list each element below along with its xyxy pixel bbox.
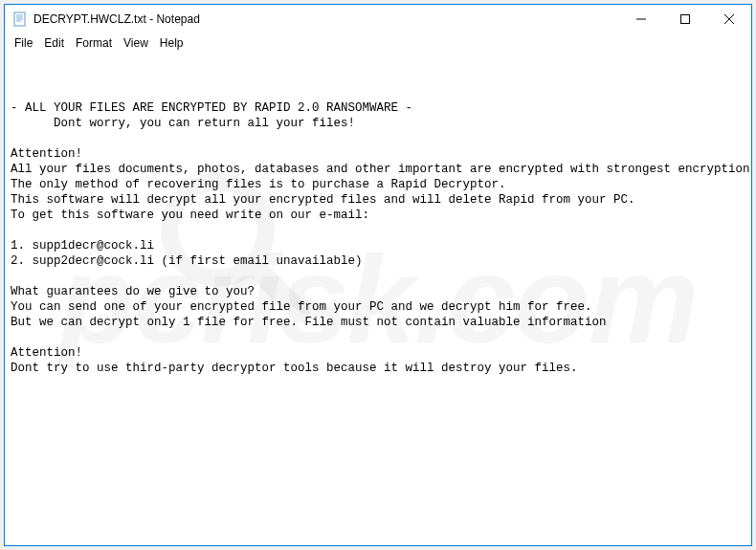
text-line: You can send one of your encrypted file …: [11, 300, 592, 314]
text-line: The only method of recovering files is t…: [11, 178, 506, 191]
menu-file[interactable]: File: [9, 35, 38, 51]
text-line: But we can decrypt only 1 file for free.…: [11, 316, 607, 329]
close-button[interactable]: [707, 5, 751, 33]
text-line: All your files documents, photos, databa…: [11, 163, 750, 176]
text-area[interactable]: pcrisk.com - ALL YOUR FILES ARE ENCRYPTE…: [5, 53, 751, 545]
text-line: - ALL YOUR FILES ARE ENCRYPTED BY RAPID …: [11, 101, 412, 115]
text-line: Dont try to use third-party decryptor to…: [11, 362, 578, 375]
maximize-button[interactable]: [663, 5, 707, 33]
menubar: File Edit Format View Help: [5, 33, 751, 53]
menu-edit[interactable]: Edit: [38, 35, 70, 51]
menu-view[interactable]: View: [118, 35, 154, 51]
text-line: To get this software you need write on o…: [11, 209, 369, 222]
text-line: 2. supp2decr@cock.li (if first email una…: [11, 254, 363, 268]
notepad-window: DECRYPT.HWCLZ.txt - Notepad File Edit Fo…: [4, 4, 752, 546]
window-title: DECRYPT.HWCLZ.txt - Notepad: [33, 12, 619, 26]
titlebar: DECRYPT.HWCLZ.txt - Notepad: [5, 5, 751, 33]
text-line: Dont worry, you can return all your file…: [11, 117, 355, 130]
menu-help[interactable]: Help: [154, 35, 189, 51]
menu-format[interactable]: Format: [70, 35, 118, 51]
text-line: 1. supp1decr@cock.li: [11, 239, 154, 253]
text-line: Attention!: [11, 147, 82, 161]
svg-rect-6: [681, 15, 690, 24]
minimize-button[interactable]: [619, 5, 663, 33]
notepad-icon: [12, 11, 28, 27]
text-line: What guarantees do we give to you?: [11, 285, 255, 298]
text-line: Attention!: [11, 346, 82, 360]
text-line: This software will decrypt all your encr…: [11, 193, 635, 207]
window-controls: [619, 5, 751, 33]
